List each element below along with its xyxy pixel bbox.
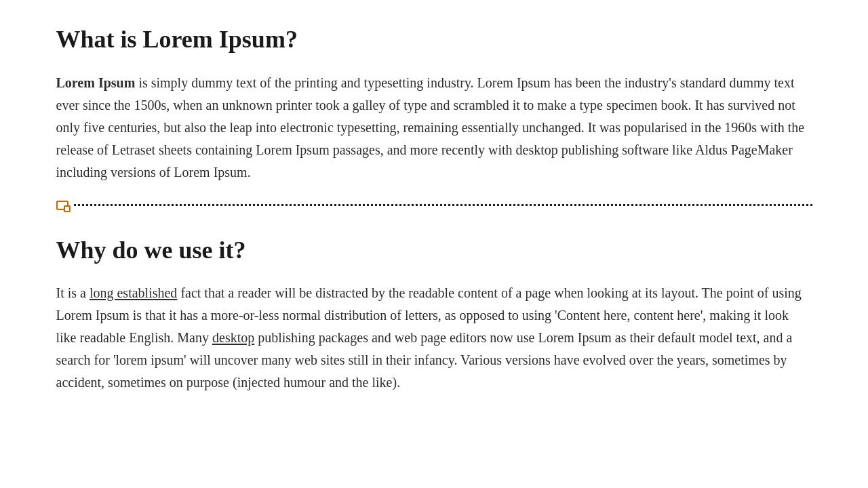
bold-prefix: Lorem Ipsum xyxy=(56,75,136,90)
image-icon xyxy=(56,199,70,212)
long-established-link[interactable]: long established xyxy=(90,285,177,300)
section-lorem-ipsum: What is Lorem Ipsum? Lorem Ipsum is simp… xyxy=(56,20,812,184)
divider-row xyxy=(56,199,812,212)
section-body-lorem-ipsum: Lorem Ipsum is simply dummy text of the … xyxy=(56,72,812,184)
section-title-lorem-ipsum: What is Lorem Ipsum? xyxy=(56,20,812,60)
section-why-use: Why do we use it? It is a long establish… xyxy=(56,231,812,394)
desktop-link[interactable]: desktop xyxy=(212,330,254,345)
dotted-divider xyxy=(74,204,812,206)
page-content: What is Lorem Ipsum? Lorem Ipsum is simp… xyxy=(56,0,812,421)
icon-shape xyxy=(56,201,68,210)
section-body-why-use: It is a long established fact that a rea… xyxy=(56,282,812,394)
text-before-link1: It is a xyxy=(56,285,90,300)
section-title-why-use: Why do we use it? xyxy=(56,231,812,270)
section-text-lorem-ipsum: is simply dummy text of the printing and… xyxy=(56,75,805,180)
